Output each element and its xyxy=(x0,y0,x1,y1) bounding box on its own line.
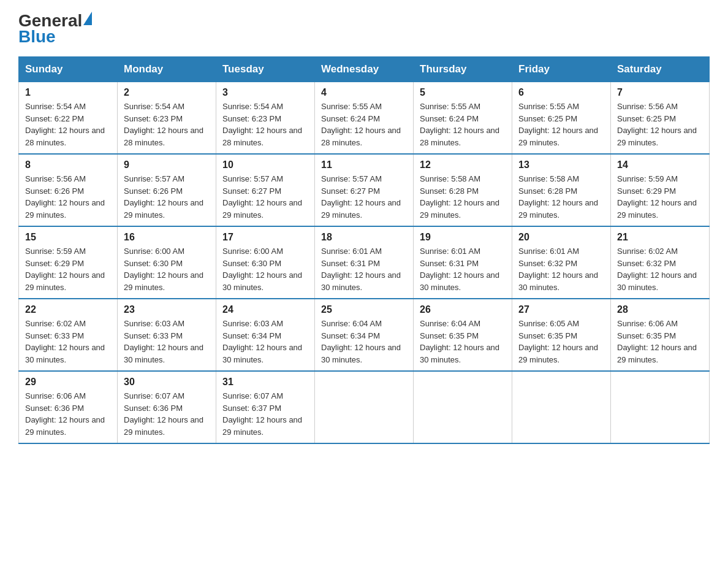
calendar-cell: 21 Sunrise: 6:02 AMSunset: 6:32 PMDaylig… xyxy=(611,226,710,299)
day-number: 8 xyxy=(25,159,111,170)
calendar-cell: 28 Sunrise: 6:06 AMSunset: 6:35 PMDaylig… xyxy=(611,299,710,371)
day-number: 19 xyxy=(420,232,506,243)
calendar-cell: 22 Sunrise: 6:02 AMSunset: 6:33 PMDaylig… xyxy=(19,299,118,371)
day-info: Sunrise: 5:55 AMSunset: 6:25 PMDaylight:… xyxy=(518,102,598,147)
day-number: 29 xyxy=(25,377,111,388)
weekday-header-tuesday: Tuesday xyxy=(216,57,315,82)
day-info: Sunrise: 6:01 AMSunset: 6:31 PMDaylight:… xyxy=(321,247,401,292)
calendar-cell: 11 Sunrise: 5:57 AMSunset: 6:27 PMDaylig… xyxy=(315,154,414,226)
calendar-cell: 12 Sunrise: 5:58 AMSunset: 6:28 PMDaylig… xyxy=(414,154,512,226)
calendar-cell: 9 Sunrise: 5:57 AMSunset: 6:26 PMDayligh… xyxy=(118,154,216,226)
calendar-cell: 23 Sunrise: 6:03 AMSunset: 6:33 PMDaylig… xyxy=(118,299,216,371)
day-number: 14 xyxy=(617,159,703,170)
calendar-cell: 15 Sunrise: 5:59 AMSunset: 6:29 PMDaylig… xyxy=(19,226,118,299)
day-info: Sunrise: 5:59 AMSunset: 6:29 PMDaylight:… xyxy=(25,247,105,292)
day-info: Sunrise: 6:06 AMSunset: 6:35 PMDaylight:… xyxy=(617,319,697,364)
day-info: Sunrise: 6:06 AMSunset: 6:36 PMDaylight:… xyxy=(25,391,105,437)
day-number: 11 xyxy=(321,159,407,170)
day-number: 26 xyxy=(420,304,506,315)
calendar-cell: 29 Sunrise: 6:06 AMSunset: 6:36 PMDaylig… xyxy=(19,371,118,443)
day-info: Sunrise: 5:54 AMSunset: 6:22 PMDaylight:… xyxy=(25,102,105,147)
calendar-cell xyxy=(414,371,512,443)
calendar-cell: 6 Sunrise: 5:55 AMSunset: 6:25 PMDayligh… xyxy=(512,82,611,155)
day-info: Sunrise: 5:55 AMSunset: 6:24 PMDaylight:… xyxy=(321,102,401,147)
calendar-cell xyxy=(315,371,414,443)
day-number: 13 xyxy=(518,159,604,170)
day-info: Sunrise: 5:57 AMSunset: 6:27 PMDaylight:… xyxy=(321,174,401,220)
calendar-cell: 10 Sunrise: 5:57 AMSunset: 6:27 PMDaylig… xyxy=(216,154,315,226)
day-info: Sunrise: 5:55 AMSunset: 6:24 PMDaylight:… xyxy=(420,102,499,147)
calendar-cell: 5 Sunrise: 5:55 AMSunset: 6:24 PMDayligh… xyxy=(414,82,512,155)
day-info: Sunrise: 5:57 AMSunset: 6:27 PMDaylight:… xyxy=(222,174,302,220)
day-info: Sunrise: 5:58 AMSunset: 6:28 PMDaylight:… xyxy=(518,174,598,220)
weekday-header-friday: Friday xyxy=(512,57,611,82)
calendar-week-row: 15 Sunrise: 5:59 AMSunset: 6:29 PMDaylig… xyxy=(19,226,710,299)
day-number: 5 xyxy=(420,87,506,98)
calendar-cell: 18 Sunrise: 6:01 AMSunset: 6:31 PMDaylig… xyxy=(315,226,414,299)
day-info: Sunrise: 6:07 AMSunset: 6:36 PMDaylight:… xyxy=(124,391,203,437)
weekday-header-monday: Monday xyxy=(118,57,216,82)
day-number: 4 xyxy=(321,87,407,98)
day-number: 9 xyxy=(124,159,210,170)
day-info: Sunrise: 6:02 AMSunset: 6:33 PMDaylight:… xyxy=(25,319,105,364)
calendar-cell: 20 Sunrise: 6:01 AMSunset: 6:32 PMDaylig… xyxy=(512,226,611,299)
calendar-cell: 4 Sunrise: 5:55 AMSunset: 6:24 PMDayligh… xyxy=(315,82,414,155)
calendar-cell: 30 Sunrise: 6:07 AMSunset: 6:36 PMDaylig… xyxy=(118,371,216,443)
day-info: Sunrise: 6:04 AMSunset: 6:35 PMDaylight:… xyxy=(420,319,499,364)
day-number: 22 xyxy=(25,304,111,315)
day-number: 1 xyxy=(25,87,111,98)
day-number: 20 xyxy=(518,232,604,243)
day-info: Sunrise: 6:03 AMSunset: 6:34 PMDaylight:… xyxy=(222,319,302,364)
calendar-cell: 16 Sunrise: 6:00 AMSunset: 6:30 PMDaylig… xyxy=(118,226,216,299)
weekday-header-wednesday: Wednesday xyxy=(315,57,414,82)
calendar-cell: 27 Sunrise: 6:05 AMSunset: 6:35 PMDaylig… xyxy=(512,299,611,371)
calendar-week-row: 8 Sunrise: 5:56 AMSunset: 6:26 PMDayligh… xyxy=(19,154,710,226)
calendar-week-row: 22 Sunrise: 6:02 AMSunset: 6:33 PMDaylig… xyxy=(19,299,710,371)
day-info: Sunrise: 6:00 AMSunset: 6:30 PMDaylight:… xyxy=(124,247,203,292)
day-info: Sunrise: 6:01 AMSunset: 6:31 PMDaylight:… xyxy=(420,247,499,292)
day-info: Sunrise: 6:02 AMSunset: 6:32 PMDaylight:… xyxy=(617,247,697,292)
calendar-table: SundayMondayTuesdayWednesdayThursdayFrid… xyxy=(18,56,710,444)
calendar-cell: 25 Sunrise: 6:04 AMSunset: 6:34 PMDaylig… xyxy=(315,299,414,371)
day-info: Sunrise: 6:00 AMSunset: 6:30 PMDaylight:… xyxy=(222,247,302,292)
calendar-cell xyxy=(512,371,611,443)
day-number: 25 xyxy=(321,304,407,315)
day-number: 16 xyxy=(124,232,210,243)
weekday-header-sunday: Sunday xyxy=(19,57,118,82)
calendar-cell: 1 Sunrise: 5:54 AMSunset: 6:22 PMDayligh… xyxy=(19,82,118,155)
day-info: Sunrise: 6:01 AMSunset: 6:32 PMDaylight:… xyxy=(518,247,598,292)
calendar-week-row: 29 Sunrise: 6:06 AMSunset: 6:36 PMDaylig… xyxy=(19,371,710,443)
calendar-cell: 2 Sunrise: 5:54 AMSunset: 6:23 PMDayligh… xyxy=(118,82,216,155)
calendar-cell xyxy=(611,371,710,443)
day-number: 7 xyxy=(617,87,703,98)
day-number: 2 xyxy=(124,87,210,98)
day-info: Sunrise: 5:57 AMSunset: 6:26 PMDaylight:… xyxy=(124,174,203,220)
day-info: Sunrise: 5:58 AMSunset: 6:28 PMDaylight:… xyxy=(420,174,499,220)
day-number: 6 xyxy=(518,87,604,98)
day-info: Sunrise: 5:54 AMSunset: 6:23 PMDaylight:… xyxy=(124,102,203,147)
day-number: 15 xyxy=(25,232,111,243)
day-info: Sunrise: 5:56 AMSunset: 6:25 PMDaylight:… xyxy=(617,102,697,147)
day-info: Sunrise: 6:03 AMSunset: 6:33 PMDaylight:… xyxy=(124,319,203,364)
calendar-cell: 31 Sunrise: 6:07 AMSunset: 6:37 PMDaylig… xyxy=(216,371,315,443)
day-info: Sunrise: 6:04 AMSunset: 6:34 PMDaylight:… xyxy=(321,319,401,364)
day-info: Sunrise: 6:05 AMSunset: 6:35 PMDaylight:… xyxy=(518,319,598,364)
logo: General Blue xyxy=(18,12,92,45)
calendar-cell: 17 Sunrise: 6:00 AMSunset: 6:30 PMDaylig… xyxy=(216,226,315,299)
day-number: 3 xyxy=(222,87,308,98)
weekday-header-thursday: Thursday xyxy=(414,57,512,82)
logo-blue-text: Blue xyxy=(18,28,92,45)
calendar-cell: 8 Sunrise: 5:56 AMSunset: 6:26 PMDayligh… xyxy=(19,154,118,226)
calendar-week-row: 1 Sunrise: 5:54 AMSunset: 6:22 PMDayligh… xyxy=(19,82,710,155)
weekday-header-saturday: Saturday xyxy=(611,57,710,82)
day-info: Sunrise: 5:56 AMSunset: 6:26 PMDaylight:… xyxy=(25,174,105,220)
day-number: 17 xyxy=(222,232,308,243)
calendar-cell: 14 Sunrise: 5:59 AMSunset: 6:29 PMDaylig… xyxy=(611,154,710,226)
calendar-cell: 24 Sunrise: 6:03 AMSunset: 6:34 PMDaylig… xyxy=(216,299,315,371)
calendar-cell: 26 Sunrise: 6:04 AMSunset: 6:35 PMDaylig… xyxy=(414,299,512,371)
day-info: Sunrise: 6:07 AMSunset: 6:37 PMDaylight:… xyxy=(222,391,302,437)
day-info: Sunrise: 5:59 AMSunset: 6:29 PMDaylight:… xyxy=(617,174,697,220)
day-number: 30 xyxy=(124,377,210,388)
day-info: Sunrise: 5:54 AMSunset: 6:23 PMDaylight:… xyxy=(222,102,302,147)
day-number: 24 xyxy=(222,304,308,315)
